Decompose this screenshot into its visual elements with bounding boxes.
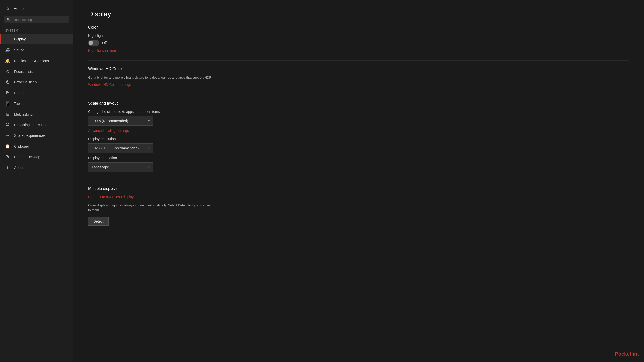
notifications-icon: 🔔 <box>5 58 10 63</box>
hd-color-link[interactable]: Windows HD Color settings <box>88 83 131 87</box>
scale-layout-section: Scale and layout Change the size of text… <box>88 101 629 172</box>
sidebar-section-label: System <box>0 27 73 34</box>
storage-icon: 🗄 <box>5 90 10 95</box>
sidebar-item-shared[interactable]: ↔Shared experiences <box>0 130 73 141</box>
section-divider-3 <box>88 180 629 180</box>
sidebar-label-storage: Storage <box>14 91 26 95</box>
sidebar-item-about[interactable]: ℹAbout <box>0 162 73 173</box>
power-icon: ⏻ <box>5 80 10 84</box>
home-label: Home <box>14 6 24 11</box>
orientation-dropdown-chevron-icon: ▾ <box>148 165 150 169</box>
sidebar-label-shared: Shared experiences <box>14 133 46 138</box>
sidebar-item-focus[interactable]: ⊘Focus assist <box>0 66 73 77</box>
scale-dropdown-value: 100% (Recommended) <box>92 119 128 123</box>
sidebar-label-notifications: Notifications & actions <box>14 59 49 63</box>
sidebar-item-display[interactable]: 🖥Display <box>0 34 73 44</box>
sidebar-label-multitasking: Multitasking <box>14 112 33 116</box>
sidebar-label-about: About <box>14 166 23 170</box>
sidebar-item-multitasking[interactable]: ⊞Multitasking <box>0 109 73 120</box>
focus-icon: ⊘ <box>5 69 10 74</box>
detect-button[interactable]: Detect <box>88 217 109 226</box>
toggle-thumb <box>89 41 93 45</box>
sidebar-home-button[interactable]: ⌂ Home <box>0 3 73 14</box>
sidebar-label-sound: Sound <box>14 48 24 52</box>
page-title: Display <box>88 10 629 18</box>
sidebar-label-display: Display <box>14 37 26 41</box>
home-icon: ⌂ <box>5 6 10 11</box>
resolution-dropdown-chevron-icon: ▾ <box>148 146 150 150</box>
connect-wireless-link[interactable]: Connect to a wireless display <box>88 195 134 199</box>
night-light-settings-link[interactable]: Night light settings <box>88 48 117 52</box>
clipboard-icon: 📋 <box>5 144 10 149</box>
sidebar-item-sound[interactable]: 🔊Sound <box>0 44 73 55</box>
sidebar-label-projecting: Projecting to this PC <box>14 123 46 127</box>
scale-dropdown-chevron-icon: ▾ <box>148 119 150 123</box>
night-light-label: Night light <box>88 34 629 38</box>
resolution-label: Display resolution <box>88 137 629 141</box>
about-icon: ℹ <box>5 165 10 170</box>
sidebar-items-list: 🖥Display🔊Sound🔔Notifications & actions⊘F… <box>0 34 73 173</box>
sidebar-label-power: Power & sleep <box>14 80 37 84</box>
section-divider-1 <box>88 60 629 61</box>
search-box[interactable]: 🔍 <box>4 16 69 23</box>
scale-label: Change the size of text, apps, and other… <box>88 110 629 114</box>
hd-color-title: Windows HD Color <box>88 67 629 71</box>
color-section: Color Night light Off Night light settin… <box>88 25 629 52</box>
night-light-toggle[interactable] <box>88 40 99 46</box>
scale-dropdown[interactable]: 100% (Recommended) ▾ <box>88 116 153 126</box>
orientation-label: Display orientation <box>88 156 629 160</box>
night-light-toggle-row: Off <box>88 40 629 46</box>
sidebar-label-remote: Remote Desktop <box>14 155 40 159</box>
main-content: Display Color Night light Off Night ligh… <box>73 0 644 362</box>
sidebar-item-power[interactable]: ⏻Power & sleep <box>0 77 73 87</box>
sidebar-item-notifications[interactable]: 🔔Notifications & actions <box>0 55 73 66</box>
hd-color-description: Get a brighter and more vibrant picture … <box>88 75 214 80</box>
sidebar-item-storage[interactable]: 🗄Storage <box>0 87 73 98</box>
section-divider-2 <box>88 95 629 95</box>
sidebar-item-clipboard[interactable]: 📋Clipboard <box>0 141 73 152</box>
resolution-dropdown[interactable]: 1920 × 1080 (Recommended) ▾ <box>88 143 153 153</box>
sound-icon: 🔊 <box>5 48 10 52</box>
projecting-icon: 📽 <box>5 123 10 127</box>
watermark-suffix: int <box>633 351 639 357</box>
sidebar-label-focus: Focus assist <box>14 70 34 74</box>
multiple-displays-section: Multiple displays Connect to a wireless … <box>88 186 629 226</box>
color-section-title: Color <box>88 25 629 30</box>
multiple-displays-description: Older displays might not always connect … <box>88 203 214 213</box>
search-input[interactable] <box>12 18 66 22</box>
multitasking-icon: ⊞ <box>5 112 10 117</box>
remote-icon: 🖱 <box>5 155 10 159</box>
watermark-prefix: Pocket <box>615 351 631 357</box>
sidebar-item-remote[interactable]: 🖱Remote Desktop <box>0 152 73 162</box>
shared-icon: ↔ <box>5 133 10 138</box>
display-icon: 🖥 <box>5 37 10 41</box>
orientation-dropdown-value: Landscape <box>92 165 109 169</box>
orientation-dropdown[interactable]: Landscape ▾ <box>88 162 153 172</box>
sidebar-label-tablet: Tablet <box>14 102 23 106</box>
sidebar-item-projecting[interactable]: 📽Projecting to this PC <box>0 120 73 130</box>
sidebar-label-clipboard: Clipboard <box>14 144 29 148</box>
advanced-scaling-link[interactable]: Advanced scaling settings <box>88 129 129 133</box>
hd-color-section: Windows HD Color Get a brighter and more… <box>88 67 629 87</box>
night-light-status: Off <box>102 41 107 45</box>
sidebar: ⌂ Home 🔍 System 🖥Display🔊Sound🔔Notificat… <box>0 0 73 362</box>
search-icon: 🔍 <box>6 18 10 22</box>
multiple-displays-title: Multiple displays <box>88 186 629 191</box>
scale-layout-title: Scale and layout <box>88 101 629 106</box>
sidebar-item-tablet[interactable]: 📱Tablet <box>0 98 73 109</box>
tablet-icon: 📱 <box>5 101 10 106</box>
watermark: Pocketlint <box>615 351 639 357</box>
resolution-dropdown-value: 1920 × 1080 (Recommended) <box>92 146 139 150</box>
